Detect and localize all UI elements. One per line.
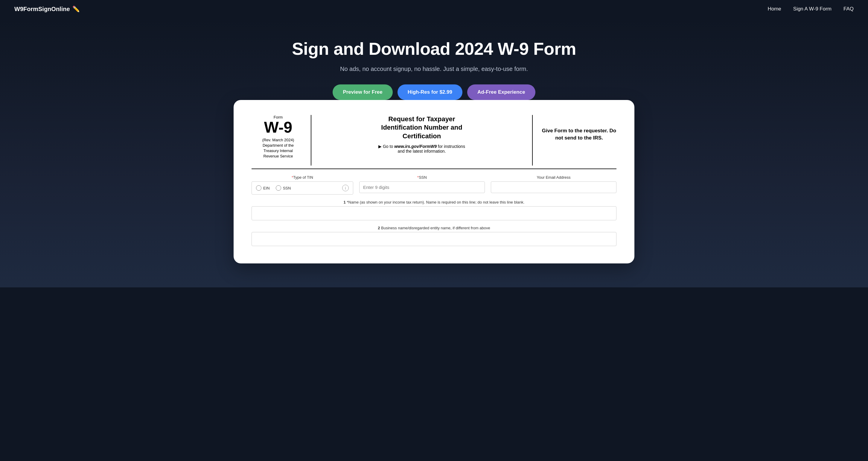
w9-center-title: Request for TaxpayerIdentification Numbe… bbox=[320, 115, 523, 141]
name-label: 1 *Name (as shown on your income tax ret… bbox=[252, 200, 616, 204]
ssn-input[interactable] bbox=[359, 181, 485, 193]
rev-info: (Rev. March 2024) Department of the Trea… bbox=[252, 137, 305, 159]
hero-title: Sign and Download 2024 W-9 Form bbox=[6, 39, 862, 59]
logo-icon: ✏️ bbox=[72, 5, 80, 12]
nav-home[interactable]: Home bbox=[768, 6, 781, 12]
ssn-label: *SSN bbox=[359, 175, 485, 180]
navbar: W9FormSignOnline ✏️ Home Sign A W-9 Form… bbox=[0, 0, 868, 18]
w9-center-instruction: ▶ Go to www.irs.gov/FormW9 for instructi… bbox=[320, 144, 523, 153]
logo-text: W9FormSignOnline bbox=[14, 6, 70, 12]
w9-right-section: Give Form to the requester. Donot send t… bbox=[533, 115, 616, 166]
hero-section: Sign and Download 2024 W-9 Form No ads, … bbox=[0, 18, 868, 287]
hero-buttons: Preview for Free High-Res for $2.99 Ad-F… bbox=[6, 84, 862, 100]
preview-free-button[interactable]: Preview for Free bbox=[333, 84, 393, 100]
highres-button[interactable]: High-Res for $2.99 bbox=[398, 84, 462, 100]
ssn-field-group: *SSN bbox=[359, 175, 485, 193]
email-label: Your Email Address bbox=[491, 175, 616, 180]
email-input[interactable] bbox=[491, 181, 616, 193]
name-field-group: 1 *Name (as shown on your income tax ret… bbox=[252, 200, 616, 220]
ssn-radio[interactable] bbox=[276, 185, 281, 191]
tin-radio-group: EIN SSN i bbox=[252, 181, 353, 195]
ssn-tin-label: SSN bbox=[283, 186, 291, 191]
site-logo[interactable]: W9FormSignOnline ✏️ bbox=[14, 5, 80, 12]
email-field-group: Your Email Address bbox=[491, 175, 616, 193]
form-number: W-9 bbox=[252, 119, 305, 135]
business-input[interactable] bbox=[252, 232, 616, 246]
adfree-button[interactable]: Ad-Free Experience bbox=[467, 84, 535, 100]
ein-radio[interactable] bbox=[256, 185, 261, 191]
nav-links: Home Sign A W-9 Form FAQ bbox=[768, 6, 854, 12]
business-label-text: Business name/disregarded entity name, i… bbox=[381, 226, 490, 230]
form-fields: *Type of TIN EIN SSN i bbox=[252, 175, 616, 246]
nav-faq[interactable]: FAQ bbox=[843, 6, 854, 12]
ein-label: EIN bbox=[263, 186, 270, 191]
hero-subtitle: No ads, no account signup, no hassle. Ju… bbox=[6, 65, 862, 73]
business-label: 2 Business name/disregarded entity name,… bbox=[252, 226, 616, 230]
ssn-option[interactable]: SSN bbox=[276, 185, 291, 191]
form-container: Form W-9 (Rev. March 2024) Department of… bbox=[234, 100, 634, 264]
tin-info-icon[interactable]: i bbox=[342, 185, 349, 191]
name-input[interactable] bbox=[252, 206, 616, 220]
w9-center-section: Request for TaxpayerIdentification Numbe… bbox=[311, 115, 533, 166]
w9-left-section: Form W-9 (Rev. March 2024) Department of… bbox=[252, 115, 311, 166]
ein-option[interactable]: EIN bbox=[256, 185, 270, 191]
name-label-text: *Name (as shown on your income tax retur… bbox=[347, 200, 524, 204]
business-field-group: 2 Business name/disregarded entity name,… bbox=[252, 226, 616, 246]
tin-ssn-email-row: *Type of TIN EIN SSN i bbox=[252, 175, 616, 195]
tin-field-group: *Type of TIN EIN SSN i bbox=[252, 175, 353, 195]
tin-label: *Type of TIN bbox=[252, 175, 353, 180]
nav-sign-form[interactable]: Sign A W-9 Form bbox=[793, 6, 832, 12]
w9-header: Form W-9 (Rev. March 2024) Department of… bbox=[252, 115, 616, 169]
w9-right-text: Give Form to the requester. Donot send t… bbox=[542, 127, 616, 142]
